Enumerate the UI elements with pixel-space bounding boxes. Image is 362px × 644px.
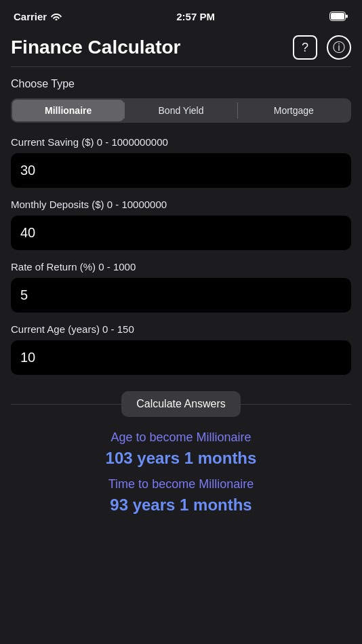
tab-millionaire[interactable]: Millionaire (12, 100, 124, 121)
status-battery (329, 12, 348, 21)
choose-type-section: Choose Type Millionaire Bond Yield Mortg… (0, 67, 362, 375)
tab-bond-yield[interactable]: Bond Yield (125, 100, 237, 121)
battery-icon (329, 12, 348, 21)
wifi-icon (51, 12, 62, 20)
monthly-deposits-group: Monthly Deposits ($) 0 - 10000000 (11, 199, 351, 250)
current-age-input[interactable] (11, 340, 351, 375)
current-saving-label: Current Saving ($) 0 - 1000000000 (11, 136, 351, 148)
app-title: Finance Calculator (11, 37, 181, 58)
result-time-value: 93 years 1 months (110, 496, 252, 515)
rate-of-return-label: Rate of Return (%) 0 - 1000 (11, 261, 351, 273)
tab-mortgage[interactable]: Mortgage (238, 100, 350, 121)
result-age-value: 103 years 1 months (106, 449, 257, 468)
result-age-label: Age to become Millionaire (110, 430, 251, 445)
current-saving-group: Current Saving ($) 0 - 1000000000 (11, 136, 351, 188)
carrier-label: Carrier (14, 11, 47, 22)
calc-line-right (241, 404, 351, 405)
monthly-deposits-input[interactable] (11, 216, 351, 250)
choose-type-label: Choose Type (11, 78, 351, 90)
status-time: 2:57 PM (176, 11, 215, 22)
svg-rect-2 (346, 15, 348, 18)
calculate-button[interactable]: Calculate Answers (121, 391, 241, 417)
rate-of-return-input[interactable] (11, 278, 351, 313)
status-carrier: Carrier (14, 11, 62, 22)
help-button[interactable]: ? (293, 35, 317, 60)
monthly-deposits-label: Monthly Deposits ($) 0 - 10000000 (11, 199, 351, 210)
calc-line-left (11, 404, 121, 405)
current-age-group: Current Age (years) 0 - 150 (11, 323, 351, 375)
info-button[interactable]: ⓘ (327, 35, 351, 60)
app-header: Finance Calculator ? ⓘ (0, 30, 362, 66)
calculate-section: Calculate Answers (0, 391, 362, 417)
current-age-label: Current Age (years) 0 - 150 (11, 323, 351, 335)
type-segmented-control: Millionaire Bond Yield Mortgage (11, 98, 351, 123)
status-bar: Carrier 2:57 PM (0, 0, 362, 30)
header-icons: ? ⓘ (293, 35, 351, 60)
current-saving-input[interactable] (11, 153, 351, 188)
rate-of-return-group: Rate of Return (%) 0 - 1000 (11, 261, 351, 313)
result-time-label: Time to become Millionaire (108, 477, 254, 491)
svg-rect-1 (331, 13, 344, 20)
results-section: Age to become Millionaire 103 years 1 mo… (0, 417, 362, 542)
